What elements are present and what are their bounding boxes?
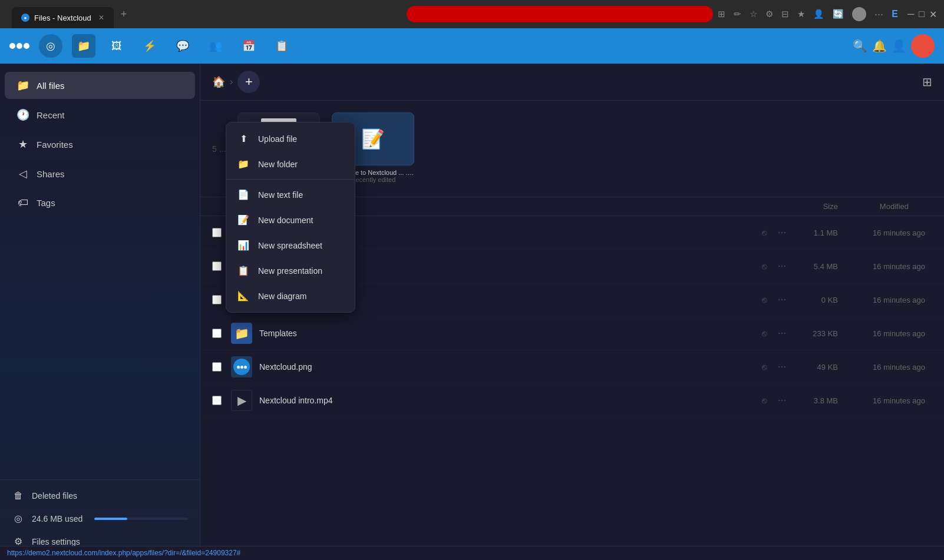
- favorites-label: Favorites: [37, 140, 73, 150]
- notifications-button[interactable]: 🔔: [872, 39, 887, 53]
- home-button[interactable]: 🏠: [212, 75, 225, 88]
- templates-more-btn[interactable]: ⋯: [773, 328, 791, 339]
- talk-more-btn[interactable]: ⋯: [773, 294, 791, 305]
- dropdown-item-new-diagram[interactable]: 📐 New diagram: [226, 283, 355, 309]
- browser-profile-icon[interactable]: 👤: [813, 9, 824, 19]
- table-row[interactable]: ▶ Nextcloud intro.mp4 ⎋ ⋯ 3.8 MB 16 minu…: [200, 384, 944, 417]
- row2-checkbox[interactable]: [212, 261, 222, 271]
- new-spreadsheet-icon: 📊: [237, 240, 250, 251]
- nav-calendar-icon[interactable]: 📅: [237, 34, 260, 58]
- ncpng-modified: 16 minutes ago: [838, 363, 932, 372]
- sidebar: 📁 All files 🕐 Recent ★ Favorites ◁ Share…: [0, 64, 200, 560]
- ncpng-name: Nextcloud.png: [259, 362, 755, 372]
- status-bar: https://demo2.nextcloud.com/index.php/ap…: [0, 546, 944, 560]
- new-diagram-label: New diagram: [258, 291, 306, 301]
- ncmp4-share-btn[interactable]: ⎋: [755, 395, 773, 406]
- nav-contacts-icon[interactable]: 👥: [204, 34, 227, 58]
- nav-dashboard-icon[interactable]: ◎: [39, 34, 62, 58]
- active-tab[interactable]: ● Files - Nextcloud ✕: [12, 7, 114, 28]
- shares-label: Shares: [37, 169, 65, 179]
- new-folder-icon: 📁: [237, 158, 250, 170]
- new-tab-button[interactable]: +: [115, 6, 133, 23]
- file-size-text: 5.4 MB: [791, 262, 838, 271]
- dropdown-item-new-document[interactable]: 📝 New document: [226, 207, 355, 233]
- file-more-btn[interactable]: ⋯: [773, 227, 791, 238]
- nav-photos-icon[interactable]: 🖼: [105, 34, 128, 58]
- dropdown-item-new-presentation[interactable]: 📋 New presentation: [226, 258, 355, 283]
- new-diagram-icon: 📐: [237, 290, 250, 301]
- file-share-btn[interactable]: ⎋: [755, 261, 773, 271]
- browser-sync-icon[interactable]: 🔄: [833, 9, 844, 19]
- browser-split-icon[interactable]: ⊟: [781, 9, 789, 19]
- nav-deck-icon[interactable]: 📋: [270, 34, 293, 58]
- browser-extensions2-icon[interactable]: ⚙: [765, 9, 773, 19]
- maximize-button[interactable]: □: [919, 9, 925, 19]
- sidebar-item-recent[interactable]: 🕐 Recent: [5, 101, 195, 128]
- browser-address-bar[interactable]: [407, 6, 713, 22]
- sidebar-item-all-files[interactable]: 📁 All files: [5, 72, 195, 99]
- new-spreadsheet-label: New spreadsheet: [258, 241, 322, 250]
- search-button[interactable]: 🔍: [853, 39, 867, 53]
- grid-view-button[interactable]: ⊞: [922, 75, 932, 89]
- ncpng-checkbox[interactable]: [212, 362, 222, 372]
- talk-size: 0 KB: [791, 296, 838, 304]
- close-button[interactable]: ✕: [929, 9, 937, 20]
- browser-user-avatar[interactable]: [852, 7, 866, 21]
- breadcrumb-separator: ›: [230, 77, 233, 87]
- storage-icon: ◎: [12, 513, 25, 524]
- file-share-btn[interactable]: ⎋: [755, 227, 773, 238]
- dropdown-item-new-folder[interactable]: 📁 New folder: [226, 151, 355, 177]
- ncmp4-more-btn[interactable]: ⋯: [773, 395, 791, 406]
- nav-activity-icon[interactable]: ⚡: [138, 34, 161, 58]
- dropdown-item-new-text[interactable]: 📄 New text file: [226, 182, 355, 207]
- nav-talk-icon[interactable]: 💬: [171, 34, 194, 58]
- upload-file-label: Upload file: [258, 134, 297, 144]
- contacts-button[interactable]: 👤: [892, 39, 906, 53]
- ncmp4-name: Nextcloud intro.mp4: [259, 396, 755, 405]
- nav-files-icon[interactable]: 📁: [72, 34, 95, 58]
- dropdown-menu: ⬆ Upload file 📁 New folder 📄 New text fi…: [226, 122, 355, 313]
- templates-share-btn[interactable]: ⎋: [755, 328, 773, 339]
- deleted-files-label: Deleted files: [32, 491, 77, 501]
- top-nav: ◎ 📁 🖼 ⚡ 💬 👥 📅 📋 🔍 🔔 👤: [0, 28, 944, 64]
- file-header: 🏠 › + ⊞: [200, 64, 944, 101]
- dropdown-item-upload[interactable]: ⬆ Upload file: [226, 126, 355, 151]
- sidebar-item-favorites[interactable]: ★ Favorites: [5, 131, 195, 158]
- browser-extensions-icon[interactable]: ⊞: [718, 9, 725, 19]
- browser-more-btn[interactable]: ⋯: [874, 9, 883, 19]
- talk-checkbox[interactable]: [212, 295, 222, 304]
- tab-close-btn[interactable]: ✕: [98, 14, 104, 22]
- row1-checkbox[interactable]: [212, 228, 222, 237]
- templates-name: Templates: [259, 329, 755, 338]
- browser-pen-icon[interactable]: ✏: [734, 9, 741, 19]
- add-new-button[interactable]: +: [237, 71, 260, 93]
- ncpng-more-btn[interactable]: ⋯: [773, 362, 791, 372]
- new-text-file-icon: 📄: [237, 189, 250, 200]
- browser-star-icon[interactable]: ☆: [750, 9, 757, 19]
- file-more-btn[interactable]: ⋯: [773, 261, 791, 271]
- talk-share-btn[interactable]: ⎋: [755, 294, 773, 305]
- dropdown-item-new-spreadsheet[interactable]: 📊 New spreadsheet: [226, 233, 355, 258]
- ncmp4-checkbox[interactable]: [212, 396, 222, 405]
- user-avatar[interactable]: [911, 34, 935, 58]
- templates-checkbox[interactable]: [212, 329, 222, 338]
- storage-bar: [94, 518, 188, 520]
- browser-edge-icon: E: [892, 9, 898, 19]
- sidebar-item-shares[interactable]: ◁ Shares: [5, 160, 195, 187]
- favorites-icon: ★: [16, 138, 29, 151]
- col-size-header: Size: [779, 202, 838, 211]
- file-size-text: 1.1 MB: [791, 228, 838, 237]
- ncpng-share-btn[interactable]: ⎋: [755, 362, 773, 372]
- sidebar-item-deleted[interactable]: 🗑 Deleted files: [0, 485, 200, 507]
- minimize-button[interactable]: ─: [907, 9, 914, 19]
- sidebar-item-tags[interactable]: 🏷 Tags: [5, 190, 195, 216]
- tags-label: Tags: [37, 198, 55, 208]
- ncmp4-icon: ▶: [231, 390, 252, 411]
- nextcloud-png-icon: [231, 356, 252, 377]
- nextcloud-logo[interactable]: [9, 43, 29, 49]
- sidebar-bottom: 🗑 Deleted files ◎ 24.6 MB used ⚙ Files s…: [0, 479, 200, 553]
- browser-fav-icon[interactable]: ★: [797, 9, 805, 19]
- table-row[interactable]: Nextcloud.png ⎋ ⋯ 49 KB 16 minutes ago: [200, 350, 944, 384]
- table-row[interactable]: 📁 Templates ⎋ ⋯ 233 KB 16 minutes ago: [200, 317, 944, 350]
- ncmp4-modified: 16 minutes ago: [838, 396, 932, 405]
